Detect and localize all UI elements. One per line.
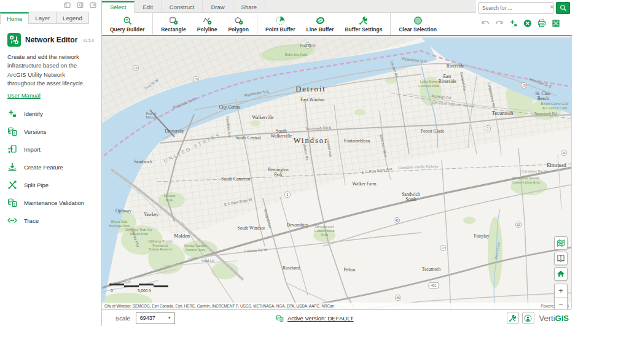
ribbon-tool-point-buffer[interactable]: Point Buffer (260, 13, 301, 35)
map-label: Windsor (294, 136, 329, 145)
sidebar-tool-trace[interactable]: Trace (7, 215, 94, 225)
map-canvas[interactable]: 121037533192142171940146 DetroitWindsorU… (102, 37, 571, 309)
map-label: East Windsor (300, 97, 326, 103)
ribbon-group: ?Query Builder (102, 13, 152, 35)
tool-label: Split Pipe (24, 182, 49, 188)
sidebar-tool-versions[interactable]: Versions (7, 126, 94, 136)
sidebar-tool-create-feature[interactable]: Create Feature (7, 162, 94, 172)
search-button[interactable] (556, 2, 570, 14)
map-label: Elmstead (547, 162, 566, 168)
map-label: South Cameron (222, 176, 251, 182)
user-manual-link[interactable]: User Manual (7, 92, 41, 99)
map-label: Walkerville (252, 115, 274, 120)
panel-tab-layer[interactable]: Layer (29, 12, 57, 24)
clear-search-icon[interactable]: × (550, 2, 553, 12)
highway-shield: 3 (485, 125, 490, 131)
ribbon-tool-rectangle[interactable]: Rectangle (155, 13, 192, 35)
sidebar-tool-maintenance-validation[interactable]: Maintenance Validation (7, 198, 94, 207)
scalebar-distance: 5,000 ft (138, 288, 151, 293)
home-icon (557, 269, 565, 278)
vertex-plus-icon[interactable] (509, 19, 518, 28)
svg-text:17: 17 (441, 246, 445, 250)
scale-value: 69437 (136, 315, 165, 321)
basemap-icon (557, 239, 565, 247)
bookmarks-button[interactable] (554, 252, 568, 265)
polygon-icon (234, 16, 243, 25)
toolbox-button[interactable] (507, 312, 519, 324)
basemap-button[interactable] (554, 236, 568, 250)
ribbon-tool-label: Polyline (197, 26, 217, 33)
attribution-text: City of Windsor, SEMCOG, Esri Canada, Es… (104, 304, 334, 308)
panel-tab-home[interactable]: Home (0, 12, 29, 25)
export-map-icon[interactable] (552, 19, 560, 28)
ribbon-tab-share[interactable]: Share (233, 1, 265, 12)
ribbon-tool-query-builder[interactable]: ?Query Builder (104, 13, 150, 35)
buffer-settings-icon (359, 16, 368, 25)
tool-label: Versions (24, 128, 46, 135)
ribbon-tabs: SelectEditConstructDrawShare (102, 0, 476, 13)
rectangle-icon (169, 16, 178, 25)
scale-select[interactable]: 69437 ▼ (136, 312, 175, 324)
zoom-out-button[interactable]: − (555, 297, 567, 309)
ribbon-tool-line-buffer[interactable]: Line Buffer (301, 13, 340, 35)
ribbon-tool-label: Line Buffer (307, 26, 334, 33)
home-tab-content: Network Editor v1.5.0 Create and edit th… (0, 25, 101, 326)
vertigis-logo: VertiGIS (539, 314, 569, 323)
collapse-panel-icon[interactable] (77, 2, 84, 9)
module-version: v1.5.0 (83, 38, 94, 42)
ribbon-toolbar: ?Query BuilderRectanglePolylinePolygonPo… (102, 13, 476, 35)
support-button[interactable] (522, 312, 534, 324)
map-controls: + − (554, 236, 568, 309)
sidebar-tool-import[interactable]: Import (7, 144, 94, 154)
panel-tab-legend[interactable]: Legend (57, 12, 89, 24)
ribbon-tab-select[interactable]: Select (102, 1, 135, 13)
sidebar-tool-identify[interactable]: Identify (7, 109, 94, 118)
map-label: Roseland (283, 265, 300, 271)
ribbon-tool-polyline[interactable]: Polyline (192, 13, 223, 35)
popout-panel-icon[interactable] (90, 2, 96, 9)
map-action-toolbar (479, 19, 571, 28)
ribbon-tab-draw[interactable]: Draw (203, 1, 233, 12)
point-buffer-icon (276, 16, 285, 25)
search-input[interactable] (479, 2, 553, 14)
svg-text:12: 12 (134, 66, 138, 70)
ribbon-tab-edit[interactable]: Edit (135, 1, 161, 12)
map-label: Pelton (343, 267, 355, 273)
ribbon-tab-construct[interactable]: Construct (162, 1, 203, 12)
identify-icon (7, 109, 17, 118)
dock-panel-icon[interactable] (64, 2, 71, 9)
sidebar-tool-split-pipe[interactable]: Split Pipe (7, 180, 94, 190)
map-label: Malden (174, 233, 190, 239)
svg-text:3: 3 (487, 126, 489, 130)
cancel-icon[interactable] (523, 19, 532, 28)
import-icon (7, 144, 17, 154)
redo-icon[interactable] (495, 19, 504, 28)
undo-icon[interactable] (481, 19, 490, 28)
print-icon[interactable] (537, 19, 546, 28)
map-label: McAuliffe WoodsConservation Area (512, 176, 540, 184)
highway-shield: 401 (429, 283, 439, 288)
home-button[interactable] (554, 267, 568, 281)
active-version-link[interactable]: Active Version: DEFAULT (276, 314, 354, 322)
map-label: Ford Field (300, 44, 315, 47)
svg-text:19: 19 (517, 223, 520, 227)
wrench-screwdriver-icon (509, 314, 517, 322)
active-version-label: Active Version: DEFAULT (287, 315, 354, 322)
map-label: Tecumseh (492, 110, 514, 116)
ribbon-tool-buffer-settings[interactable]: Buffer Settings (339, 13, 388, 35)
scalebar-zero: 0 (111, 288, 113, 293)
search-icon (560, 4, 567, 12)
network-editor-app: HomeLayerLegend Network Editor v1.5.0 Cr… (0, 0, 629, 364)
create-feature-icon (7, 162, 17, 172)
map-label: Sandwich (134, 159, 152, 165)
ribbon-tool-polygon[interactable]: Polygon (222, 13, 254, 35)
zoom-in-button[interactable]: + (555, 284, 567, 297)
svg-text:21: 21 (562, 151, 566, 155)
scalebar: 0 5,000 ft (109, 284, 177, 293)
maintenance-validation-icon (7, 198, 17, 207)
svg-text:42: 42 (395, 219, 399, 222)
left-panel: HomeLayerLegend Network Editor v1.5.0 Cr… (0, 0, 102, 326)
chevron-down-icon[interactable]: ▼ (165, 316, 174, 320)
ribbon-tool-clear-selection[interactable]: Clear Selection (393, 13, 442, 35)
bookmarks-icon (557, 254, 565, 263)
